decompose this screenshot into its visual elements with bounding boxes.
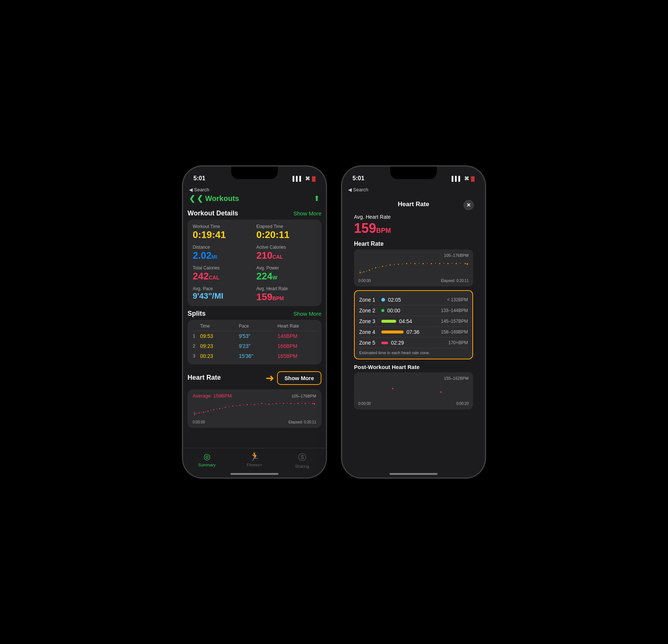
tab-summary[interactable]: ◎ Summary — [183, 452, 231, 467]
scroll-area-1[interactable]: Workout Details Show More Workout Time 0… — [183, 206, 326, 448]
zone-3-time: 04:54 — [399, 318, 412, 324]
zone-2-indicator — [381, 309, 384, 312]
hr-chart-top: Average: 159BPM 105–176BPM — [193, 393, 316, 399]
metric-elapsed-time-label: Elapsed Time — [256, 224, 316, 229]
splits-table-header: Time Pace Heart Rate — [193, 323, 316, 331]
metric-workout-time-label: Workout Time — [193, 224, 253, 229]
svg-point-12 — [222, 408, 223, 409]
screen-2: 5:01 ▌▌▌ ⌘ ▓ ◀ Search Heart Rate ✕ — [342, 167, 485, 477]
svg-point-59 — [427, 263, 428, 264]
svg-point-44 — [369, 270, 370, 271]
svg-point-5 — [203, 412, 204, 413]
hr-range: 105–176BPM — [291, 394, 316, 398]
zone-3-bpm: 145–157BPM — [441, 319, 468, 324]
svg-point-66 — [456, 263, 457, 264]
workouts-back-link[interactable]: ❮ ❮ Workouts — [189, 194, 239, 203]
svg-point-71 — [392, 388, 394, 389]
show-more-workout[interactable]: Show More — [293, 210, 321, 217]
modal-chart-elapsed: Elapsed: 0:20:11 — [441, 279, 469, 283]
svg-point-32 — [294, 403, 295, 404]
splits-col-num — [193, 323, 200, 329]
hr-section-title-modal: Heart Rate — [354, 241, 473, 247]
metric-avg-pace-label: Avg. Pace — [193, 286, 253, 291]
metric-distance: Distance 2.02MI — [193, 245, 253, 260]
zone-row-5: Zone 5 02:29 170+BPM — [359, 338, 468, 348]
modal-title: Heart Rate — [398, 201, 429, 208]
splits-num-2: 2 — [193, 343, 200, 349]
fitness-plus-icon: 🏃 — [250, 452, 260, 462]
svg-point-1 — [195, 413, 196, 414]
show-more-splits[interactable]: Show More — [293, 311, 321, 317]
close-button[interactable]: ✕ — [463, 200, 474, 210]
hr-chart-svg-modal — [358, 259, 469, 276]
post-hr-chart-svg — [358, 382, 469, 399]
splits-hr-2: 166BPM — [277, 343, 316, 349]
metric-total-cal: Total Calories 242CAL — [193, 265, 253, 281]
zone-4-indicator — [381, 331, 404, 333]
svg-point-26 — [272, 403, 273, 404]
battery-icon-1: ▓ — [312, 176, 316, 181]
metric-avg-pace: Avg. Pace 9'43"/MI — [193, 286, 253, 302]
back-nav-1[interactable]: ◀ Search — [183, 185, 326, 192]
svg-point-67 — [460, 263, 461, 264]
hr-section-title: Heart Rate — [188, 374, 221, 382]
zone-3-indicator — [381, 320, 396, 323]
zone-3-left: Zone 3 04:54 — [359, 318, 412, 324]
hr-chart-bottom-modal: 0:00:00 Elapsed: 0:20:11 — [358, 279, 469, 283]
svg-point-60 — [431, 263, 432, 264]
svg-point-68 — [465, 263, 466, 264]
zone-row-1: Zone 1 02:05 < 132BPM — [359, 295, 468, 305]
zone-row-3: Zone 3 04:54 145–157BPM — [359, 316, 468, 327]
metric-avg-hr-label: Avg. Heart Rate — [256, 286, 316, 291]
svg-point-27 — [276, 403, 277, 404]
tab-sharing[interactable]: ⓢ Sharing — [278, 452, 326, 469]
splits-time-3: 00:23 — [200, 353, 239, 359]
tab-fitness-plus[interactable]: 🏃 Fitness+ — [231, 452, 279, 467]
svg-point-9 — [213, 409, 215, 410]
home-indicator-1 — [183, 470, 326, 477]
svg-point-43 — [366, 271, 367, 272]
back-label-1: ◀ Search — [189, 187, 209, 192]
svg-point-15 — [232, 406, 233, 407]
post-chart-start: 0:00:00 — [358, 402, 371, 406]
phone-2: 5:01 ▌▌▌ ⌘ ▓ ◀ Search Heart Rate ✕ — [341, 166, 486, 478]
page-header-1: ❮ ❮ Workouts ⬆ — [183, 192, 326, 206]
svg-point-37 — [312, 403, 313, 404]
svg-point-65 — [452, 263, 452, 264]
workout-details-title: Workout Details — [188, 209, 238, 217]
svg-point-69 — [466, 263, 468, 265]
workout-details-header: Workout Details Show More — [188, 209, 321, 217]
metric-avg-pace-value: 9'43"/MI — [193, 292, 253, 300]
post-hr-chart-container: 155–162BPM 0:00:00 0:00:20 — [354, 372, 473, 409]
show-more-hr-button[interactable]: Show More — [277, 371, 321, 385]
svg-point-2 — [197, 413, 198, 414]
zone-2-name: Zone 2 — [359, 308, 378, 313]
svg-point-10 — [216, 409, 217, 409]
hr-section-header: Heart Rate ➜ Show More — [188, 368, 321, 387]
svg-point-7 — [208, 410, 209, 412]
hr-avg-label: Average: 159BPM — [193, 393, 232, 399]
svg-point-53 — [402, 264, 403, 264]
svg-point-41 — [361, 272, 362, 273]
share-icon[interactable]: ⬆ — [314, 194, 320, 203]
splits-hr-1: 146BPM — [277, 333, 316, 339]
metric-avg-power-value: 224W — [256, 271, 316, 281]
modal-body[interactable]: Avg. Heart Rate 159BPM Heart Rate 105–17… — [348, 211, 479, 467]
phone-1: 5:01 ▌▌▌ ⌘ ▓ ◀ Search ❮ ❮ Workouts ⬆ Wor… — [182, 166, 327, 478]
metric-distance-label: Distance — [193, 245, 253, 250]
avg-hr-value: 159BPM — [354, 221, 473, 236]
zone-4-name: Zone 4 — [359, 329, 378, 335]
svg-point-51 — [394, 264, 395, 265]
zone-5-bpm: 170+BPM — [448, 340, 468, 345]
svg-point-56 — [414, 263, 415, 264]
svg-point-29 — [283, 403, 284, 404]
back-nav-2[interactable]: ◀ Search — [342, 185, 485, 192]
notch-1 — [231, 167, 278, 179]
wifi-icon-1: ⌘ — [305, 176, 310, 181]
zone-cards: Zone 1 02:05 < 132BPM Zone 2 00:00 — [354, 290, 473, 359]
splits-row-3: 3 00:23 15'36'' 165BPM — [193, 351, 316, 361]
splits-col-pace: Pace — [239, 323, 278, 329]
metric-elapsed-time: Elapsed Time 0:20:11 — [256, 224, 316, 239]
battery-icon-2: ▓ — [471, 176, 475, 181]
svg-point-13 — [225, 407, 226, 408]
